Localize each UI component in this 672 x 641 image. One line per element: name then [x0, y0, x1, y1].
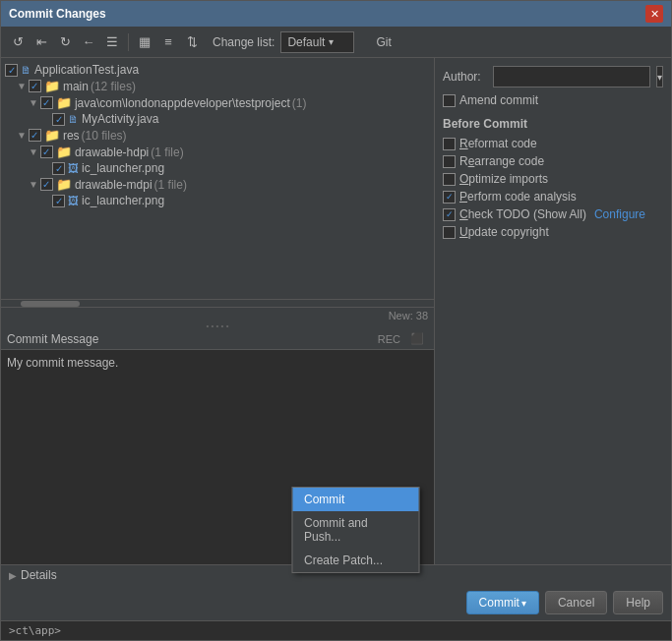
folder-checkbox[interactable] — [29, 80, 41, 92]
amend-commit-row[interactable]: Amend commit — [443, 93, 663, 107]
changelist-dropdown[interactable]: Default ▾ — [280, 31, 354, 53]
file-name: ic_launcher.png — [82, 194, 164, 207]
commit-msg-label: Commit Message — [7, 332, 98, 346]
collapse-arrow: ▼ — [29, 97, 38, 108]
optimize-imports-checkbox[interactable] — [443, 173, 456, 186]
close-button[interactable]: ✕ — [645, 5, 663, 23]
update-copyright-option[interactable]: Update copyright — [443, 225, 663, 239]
cancel-button[interactable]: Cancel — [545, 591, 607, 614]
commit-button-label: Commit — [479, 596, 519, 610]
collapse-arrow: ▼ — [17, 130, 27, 141]
dropdown-commit-push-item[interactable]: Commit and Push... — [292, 511, 418, 549]
image-file-icon: 🖼 — [68, 162, 79, 174]
bottom-buttons: Commit Commit and Push... Create Patch..… — [1, 585, 671, 620]
dropdown-create-patch-item[interactable]: Create Patch... — [292, 549, 418, 572]
optimize-imports-option[interactable]: Optimize imports — [443, 172, 663, 186]
file-checkbox[interactable] — [52, 113, 65, 126]
reformat-code-checkbox[interactable] — [443, 138, 456, 150]
folder-icon: 📁 — [44, 128, 60, 143]
scrollbar-thumb[interactable] — [21, 301, 80, 307]
update-copyright-checkbox[interactable] — [443, 226, 456, 239]
commit-button[interactable]: Commit ▾ — [466, 591, 539, 614]
separator-1 — [128, 33, 129, 51]
list-item[interactable]: 🗎 ApplicationTest.java — [1, 62, 434, 78]
right-panel: Author: ▾ Amend commit Before Commit Ref… — [435, 58, 671, 564]
list-item[interactable]: 🗎 MyActivity.java — [1, 111, 434, 127]
author-row: Author: ▾ — [443, 66, 663, 87]
folder-name: java\com\londonappdeveloper\testproject — [75, 96, 290, 110]
author-dropdown-btn[interactable]: ▾ — [656, 66, 663, 87]
list-item[interactable]: 🖼 ic_launcher.png — [1, 160, 434, 176]
toolbar-btn-5[interactable]: ☰ — [101, 31, 123, 53]
commit-msg-header: Commit Message REC ⬛ — [1, 328, 434, 349]
file-checkbox[interactable] — [52, 195, 65, 207]
toolbar-btn-6[interactable]: ▦ — [134, 31, 155, 53]
help-button[interactable]: Help — [613, 591, 663, 614]
toolbar-btn-4[interactable]: ← — [78, 31, 99, 53]
file-checkbox[interactable] — [5, 64, 18, 77]
folder-icon: 📁 — [56, 177, 72, 192]
optimize-imports-label: Optimize imports — [459, 172, 548, 186]
folder-icon: 📁 — [56, 95, 72, 110]
toolbar-btn-2[interactable]: ⇤ — [31, 31, 52, 53]
check-todo-checkbox[interactable] — [443, 208, 456, 221]
git-tab[interactable]: Git — [368, 33, 398, 51]
changelist-label: Change list: — [213, 35, 275, 49]
folder-name: drawable-hdpi — [75, 146, 149, 159]
java-file-icon: 🗎 — [21, 64, 31, 76]
folder-checkbox[interactable] — [40, 96, 53, 109]
perform-code-analysis-label: Perform code analysis — [459, 190, 577, 204]
check-todo-option[interactable]: Check TODO (Show All) Configure — [443, 207, 663, 221]
list-item[interactable]: ▼ 📁 drawable-hdpi (1 file) — [1, 144, 434, 160]
perform-code-analysis-option[interactable]: Perform code analysis — [443, 190, 663, 204]
folder-name: main — [63, 80, 89, 93]
configure-link[interactable]: Configure — [594, 207, 645, 221]
dropdown-commit-item[interactable]: Commit — [292, 488, 418, 511]
toolbar-btn-3[interactable]: ↻ — [54, 31, 76, 53]
folder-name: res — [63, 129, 80, 143]
author-input[interactable] — [493, 66, 650, 87]
toolbar-btn-8[interactable]: ⇅ — [181, 31, 203, 53]
folder-checkbox[interactable] — [40, 178, 53, 191]
toolbar-btn-7[interactable]: ≡ — [157, 31, 179, 53]
toolbar-btn-1[interactable]: ↺ — [7, 31, 29, 53]
folder-count: (1 file) — [151, 146, 183, 159]
folder-checkbox[interactable] — [29, 129, 41, 142]
update-copyright-label: Update copyright — [459, 225, 549, 239]
list-item[interactable]: ▼ 📁 java\com\londonappdeveloper\testproj… — [1, 94, 434, 111]
perform-code-analysis-checkbox[interactable] — [443, 191, 456, 204]
folder-checkbox[interactable] — [40, 146, 53, 158]
file-tree[interactable]: 🗎 ApplicationTest.java ▼ 📁 main (12 file… — [1, 58, 434, 299]
check-todo-label: Check TODO (Show All) — [459, 207, 586, 221]
commit-dropdown-arrow[interactable]: ▾ — [521, 598, 526, 609]
details-expand-icon[interactable]: ▶ — [9, 570, 17, 581]
horizontal-scrollbar[interactable] — [1, 299, 434, 307]
before-commit-section: Before Commit Reformat code Rearrange co… — [443, 117, 663, 243]
title-bar: Commit Changes ✕ — [1, 1, 671, 27]
list-item[interactable]: ▼ 📁 main (12 files) — [1, 78, 434, 94]
folder-name: drawable-mdpi — [75, 178, 153, 192]
rearrange-code-option[interactable]: Rearrange code — [443, 154, 663, 168]
file-name: MyActivity.java — [82, 112, 158, 126]
image-file-icon: 🖼 — [68, 195, 79, 206]
amend-commit-label: Amend commit — [459, 93, 538, 107]
file-name: ic_launcher.png — [82, 161, 164, 175]
file-checkbox[interactable] — [52, 162, 65, 175]
list-item[interactable]: ▼ 📁 drawable-mdpi (1 file) — [1, 176, 434, 193]
folder-count: (1 file) — [154, 178, 187, 192]
collapse-arrow: ▼ — [29, 146, 38, 157]
terminal-bar: >ct\app> — [1, 620, 671, 640]
rearrange-code-checkbox[interactable] — [443, 155, 456, 168]
author-label: Author: — [443, 70, 487, 84]
commit-msg-format-btn[interactable]: ⬛ — [406, 330, 428, 347]
details-label: Details — [21, 568, 57, 582]
amend-commit-checkbox[interactable] — [443, 94, 456, 107]
list-item[interactable]: 🖼 ic_launcher.png — [1, 193, 434, 208]
commit-msg-tools: REC ⬛ — [374, 330, 428, 347]
commit-msg-rec-btn[interactable]: REC — [374, 330, 404, 347]
commit-changes-dialog: Commit Changes ✕ ↺ ⇤ ↻ ← ☰ ▦ ≡ ⇅ Change … — [0, 0, 672, 641]
rearrange-code-label: Rearrange code — [459, 154, 544, 168]
file-name: ApplicationTest.java — [34, 63, 139, 77]
list-item[interactable]: ▼ 📁 res (10 files) — [1, 127, 434, 144]
reformat-code-option[interactable]: Reformat code — [443, 137, 663, 150]
